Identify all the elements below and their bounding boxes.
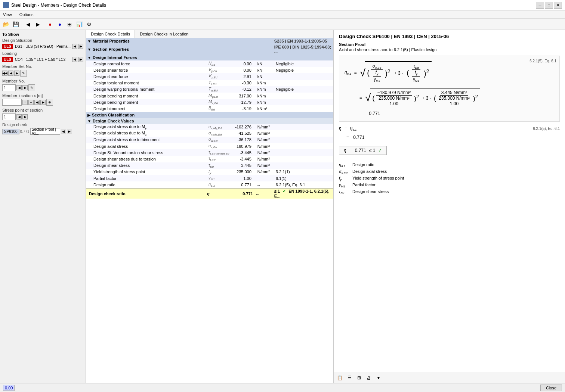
member-loc-down-btn[interactable]: – (28, 100, 34, 105)
member-no-dropdown[interactable]: 1 (2, 84, 16, 91)
design-check-values-header[interactable]: ▼Design Check Values (86, 118, 333, 124)
loading-text: CO4 - 1.35 * LC1 + 1.50 * LC2 (15, 57, 71, 62)
dc-desc-dropdown[interactable]: Section Proof | Ax... (30, 128, 60, 135)
loading-prev-btn[interactable]: ◀ (72, 57, 77, 62)
formula-result-row: = = 0.771 (359, 111, 554, 116)
uls-badge: ULS (2, 44, 13, 49)
legend-row-2: σx,Ed Design axial stress (339, 169, 560, 175)
design-internal-forces-header[interactable]: ▼Design Internal Forces (86, 55, 333, 60)
legend-desc-3: Yield strength of stress point (352, 176, 404, 180)
member-no-prev-btn[interactable]: ◀ (16, 85, 22, 90)
legend-row-1: η6.1 Design ratio (339, 162, 560, 168)
close-button[interactable]: Close (540, 385, 562, 391)
loading-next-btn[interactable]: ▶ (78, 57, 83, 62)
member-loc-prev-btn[interactable]: ◀ (34, 100, 40, 105)
legend-key-1: η6.1 (339, 162, 350, 168)
check-mark: ✓ (282, 189, 286, 193)
final-check: ✓ (378, 148, 382, 153)
dc-prev-btn[interactable]: ◀ (61, 129, 66, 134)
rt-copy-btn[interactable]: 📋 (335, 374, 344, 382)
tb-chart-button[interactable]: 📊 (75, 20, 84, 28)
tb-filter-button[interactable]: ⚙ (84, 20, 93, 28)
eq-sign-1: = (354, 70, 357, 75)
legend-key-3: fy (339, 176, 350, 181)
design-situation-row: ULS DS1 - ULS (STR/GEO) - Perma... ◀ ▶ (2, 44, 83, 49)
ds-prev-btn[interactable]: ◀ (72, 44, 77, 49)
table-row: Design normal force NEd 0.00 kN Negligib… (86, 60, 333, 67)
final-leq: ≤ 1 (369, 148, 376, 153)
frac-2: τEd fy γM1 (411, 63, 422, 83)
table-row: Design shear force Vy,Ed 0.08 kN Negligi… (86, 67, 333, 73)
member-set-prev2-btn[interactable]: ◀◀ (2, 71, 7, 76)
rt-table-btn[interactable]: ⊞ (355, 374, 364, 382)
material-properties-header[interactable]: ▼Material Properties S235 | EN 1993-1-1:… (86, 38, 333, 44)
eta-value-row: = 0.771 (346, 135, 560, 140)
table-row: Design shear stress due to torsion τt,Ed… (86, 156, 333, 162)
member-no-next-btn[interactable]: ▶ (22, 85, 28, 90)
table-row: Design torsional moment Tt,Ed -0.30 kNm (86, 80, 333, 86)
member-loc-label: Member location x [m] (2, 93, 83, 98)
frac-1: σx,Ed fy γM1 (371, 63, 383, 83)
eq-sign-4: = (346, 135, 349, 140)
right-title: Design Check SP6100 | EN 1993 | CEN | 20… (339, 34, 560, 39)
final-result-box: η = 0.771 ≤ 1 ✓ (339, 146, 387, 155)
tb-open-button[interactable]: 📂 (1, 20, 10, 28)
member-set-prev-btn[interactable]: ◀ (8, 71, 13, 76)
menu-options[interactable]: Options (18, 12, 35, 17)
status-value: 0.00 (3, 385, 15, 391)
maximize-button[interactable]: □ (545, 2, 553, 9)
rt-list-btn[interactable]: ☰ (345, 374, 354, 382)
stress-point-next-btn[interactable]: ▶ (22, 114, 28, 119)
center-panel: Design Check Details Design Checks in Lo… (86, 30, 333, 383)
minimize-button[interactable]: ─ (536, 2, 544, 9)
rt-print-arrow-btn[interactable]: ▼ (374, 374, 383, 382)
final-eq: = (349, 148, 352, 153)
member-set-next-btn[interactable]: ▶ (14, 71, 19, 76)
table-row: Design bimoment BEd -3.19 kNm² (86, 105, 333, 112)
title-bar: Steel Design - Members - Design Check De… (0, 0, 565, 10)
legend-key-2: σx,Ed (339, 169, 350, 175)
tb-table-button[interactable]: ⊞ (65, 20, 74, 28)
stress-point-prev-btn[interactable]: ◀ (16, 114, 22, 119)
member-loc-up-btn[interactable]: + (22, 100, 28, 105)
legend-block: η6.1 Design ratio σx,Ed Design axial str… (339, 162, 560, 195)
member-loc-next-btn[interactable]: ▶ (40, 100, 46, 105)
member-loc-input[interactable]: 4.000 (2, 99, 22, 106)
tb-blue-circle-button[interactable]: ● (55, 20, 64, 28)
section-classification-header[interactable]: ▶Section Classification (86, 112, 333, 118)
tab-design-check-details[interactable]: Design Check Details (86, 30, 135, 38)
member-set-pick-btn[interactable]: ✎ (20, 70, 27, 77)
sqrt-numeric-content: ( −180.979 N/mm² 235.000 N/mm² 1.00 )2 +… (370, 88, 480, 108)
stress-point-dropdown[interactable]: 1 (2, 113, 16, 120)
rt-print-btn[interactable]: 🖨 (364, 374, 373, 382)
ds-next-btn[interactable]: ▶ (78, 44, 83, 49)
tb-separator-1 (22, 21, 22, 28)
toolbar: 📂 💾 ◀ ▶ ● ● ⊞ 📊 ⚙ (0, 19, 565, 30)
right-toolbar: 📋 ☰ ⊞ 🖨 ▼ (334, 372, 565, 383)
tb-next-button[interactable]: ▶ (33, 20, 42, 28)
legend-desc-1: Design ratio (352, 162, 374, 167)
member-no-pick-btn[interactable]: ✎ (28, 84, 35, 91)
dc-next-btn[interactable]: ▶ (67, 129, 72, 134)
tb-save-button[interactable]: 💾 (11, 20, 20, 28)
tab-design-checks-location[interactable]: Design Checks in Location (135, 30, 193, 38)
table-row: Design axial stress σx,Ed -180.979 N/mm² (86, 143, 333, 149)
right-panel: Design Check SP6100 | EN 1993 | CEN | 20… (333, 30, 565, 383)
close-window-button[interactable]: ✕ (554, 2, 562, 9)
member-no-row: 1 ◀ ▶ ✎ (2, 84, 83, 91)
frac-num-2: 3.445 N/mm² 235.000 N/mm² 1.00 (438, 90, 471, 106)
member-loc-pick-btn[interactable]: ⊕ (46, 99, 53, 106)
menu-view[interactable]: View (1, 12, 13, 17)
sqrt-symbol: √ ( σx,Ed fy γM1 )2 + 3 · (360, 61, 432, 84)
eta-result-block: η = η6.1 6.2.1(5), Eq. 6.1 (339, 125, 560, 131)
section-properties-header[interactable]: ▼Section Properties IPE 600 | DIN 1025-5… (86, 44, 333, 55)
center-scroll[interactable]: ▼Material Properties S235 | EN 1993-1-1:… (86, 38, 333, 383)
tb-prev-button[interactable]: ◀ (24, 20, 33, 28)
design-check-row: SP6100 0.771 Section Proof | Ax... ◀ ▶ (2, 128, 83, 135)
result-eq-sign: = (359, 111, 362, 116)
right-subtitle: Section Proof (339, 42, 560, 47)
tb-red-circle-button[interactable]: ● (46, 20, 55, 28)
member-set-no-label: Member Set No. (2, 64, 83, 69)
to-show-title: To Show (2, 32, 83, 37)
loading-uls-badge: ULS (2, 57, 13, 62)
